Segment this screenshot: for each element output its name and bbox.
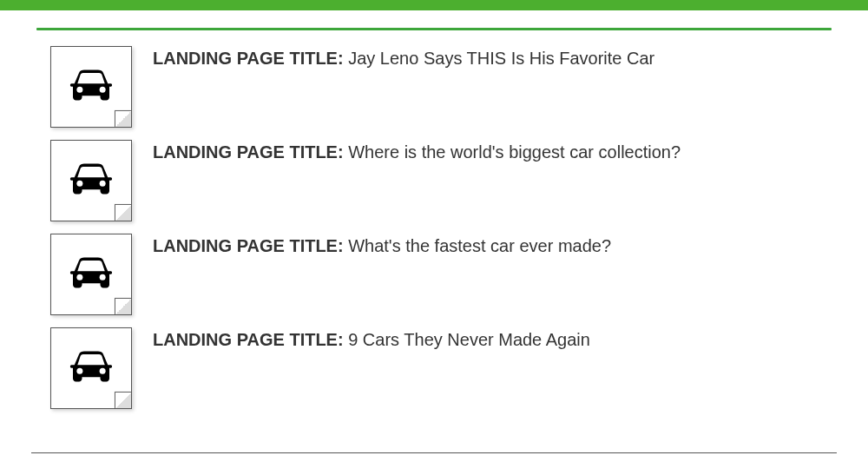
page-thumbnail: [50, 140, 132, 221]
title-text: Where is the world's biggest car collect…: [348, 142, 681, 162]
svg-point-4: [76, 274, 82, 280]
title-line: LANDING PAGE TITLE: Jay Leno Says THIS I…: [153, 46, 654, 69]
content-area: LANDING PAGE TITLE: Jay Leno Says THIS I…: [0, 28, 868, 409]
title-line: LANDING PAGE TITLE: Where is the world's…: [153, 140, 681, 163]
title-line: LANDING PAGE TITLE: What's the fastest c…: [153, 234, 611, 257]
list-item: LANDING PAGE TITLE: Jay Leno Says THIS I…: [50, 46, 818, 128]
item-list: LANDING PAGE TITLE: Jay Leno Says THIS I…: [31, 41, 837, 409]
svg-point-6: [76, 368, 82, 374]
divider-bottom: [31, 452, 837, 453]
divider-green: [36, 28, 832, 30]
svg-point-0: [76, 87, 82, 93]
top-green-band: [0, 0, 868, 10]
title-text: Jay Leno Says THIS Is His Favorite Car: [348, 49, 654, 68]
car-icon: [67, 161, 115, 201]
label: LANDING PAGE TITLE:: [153, 330, 344, 349]
title-text: 9 Cars They Never Made Again: [348, 330, 590, 349]
svg-point-1: [100, 87, 106, 93]
car-icon: [67, 348, 115, 388]
svg-point-7: [100, 368, 106, 374]
title-text: What's the fastest car ever made?: [348, 236, 611, 255]
label: LANDING PAGE TITLE:: [153, 142, 344, 162]
page-thumbnail: [50, 46, 132, 128]
list-item: LANDING PAGE TITLE: Where is the world's…: [50, 140, 818, 221]
car-icon: [67, 254, 115, 294]
label: LANDING PAGE TITLE:: [153, 236, 344, 255]
svg-point-2: [76, 181, 82, 187]
title-line: LANDING PAGE TITLE: 9 Cars They Never Ma…: [153, 327, 590, 351]
car-icon: [67, 67, 115, 107]
page-thumbnail: [50, 327, 132, 409]
svg-point-5: [100, 274, 106, 280]
label: LANDING PAGE TITLE:: [153, 49, 344, 68]
list-item: LANDING PAGE TITLE: What's the fastest c…: [50, 234, 818, 315]
svg-point-3: [100, 181, 106, 187]
page-thumbnail: [50, 234, 132, 315]
list-item: LANDING PAGE TITLE: 9 Cars They Never Ma…: [50, 327, 818, 409]
